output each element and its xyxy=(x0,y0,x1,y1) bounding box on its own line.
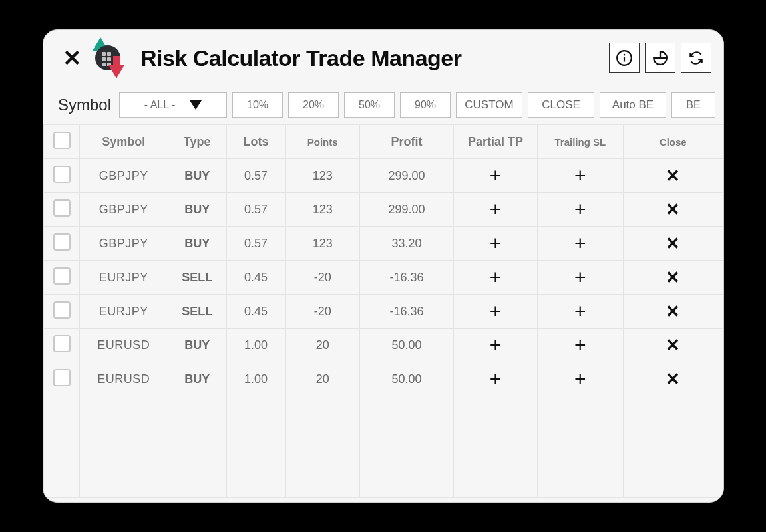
pie-chart-icon xyxy=(652,49,669,66)
cell-points: 123 xyxy=(286,159,360,193)
close-trade-button[interactable]: ✕ xyxy=(666,369,680,389)
close-pct-20-button[interactable]: 20% xyxy=(288,92,339,118)
symbol-select[interactable]: - ALL - xyxy=(119,92,227,118)
partial-tp-button[interactable]: + xyxy=(490,266,502,288)
cell-symbol: EURJPY xyxy=(80,261,168,295)
table-row-empty xyxy=(44,430,723,464)
partial-tp-button[interactable]: + xyxy=(490,198,502,220)
trailing-sl-button[interactable]: + xyxy=(574,300,586,322)
cell-profit: 299.00 xyxy=(360,193,453,227)
cell-lots: 0.45 xyxy=(226,295,285,329)
close-panel-button[interactable]: ✕ xyxy=(59,45,85,70)
cell-profit: -16.36 xyxy=(360,261,453,295)
cell-points: 20 xyxy=(286,362,360,396)
partial-tp-button[interactable]: + xyxy=(490,368,502,390)
cell-profit: -16.36 xyxy=(360,295,453,329)
col-trailing-sl: Trailing SL xyxy=(538,125,623,159)
row-checkbox[interactable] xyxy=(53,233,71,251)
cell-symbol: EURUSD xyxy=(80,362,168,396)
cell-type: BUY xyxy=(168,227,226,261)
close-pct-50-button[interactable]: 50% xyxy=(344,92,395,118)
select-all-checkbox[interactable] xyxy=(53,132,71,149)
stats-button[interactable] xyxy=(645,43,675,73)
close-trade-button[interactable]: ✕ xyxy=(666,335,680,355)
table-row: GBPJPYBUY0.57123299.00++✕ xyxy=(44,193,723,227)
cell-points: -20 xyxy=(286,295,360,329)
partial-tp-button[interactable]: + xyxy=(490,334,502,356)
close-all-button[interactable]: CLOSE xyxy=(528,92,594,118)
table-row: EURJPYSELL0.45-20-16.36++✕ xyxy=(44,295,723,329)
partial-tp-button[interactable]: + xyxy=(490,164,502,186)
cell-type: BUY xyxy=(168,159,226,193)
close-trade-button[interactable]: ✕ xyxy=(666,301,680,321)
cell-type: SELL xyxy=(168,261,226,295)
cell-points: 20 xyxy=(286,329,360,362)
cell-lots: 1.00 xyxy=(226,362,285,396)
cell-lots: 0.57 xyxy=(226,193,285,227)
cell-profit: 33.20 xyxy=(360,227,453,261)
col-points: Points xyxy=(286,125,360,159)
table-row: EURUSDBUY1.002050.00++✕ xyxy=(44,362,723,396)
col-symbol: Symbol xyxy=(80,125,168,159)
trailing-sl-button[interactable]: + xyxy=(574,164,586,186)
close-pct-10-button[interactable]: 10% xyxy=(232,92,283,118)
close-trade-button[interactable]: ✕ xyxy=(666,267,680,287)
cell-symbol: EURJPY xyxy=(80,295,168,329)
refresh-icon xyxy=(687,49,705,66)
close-trade-button[interactable]: ✕ xyxy=(666,166,680,186)
cell-points: -20 xyxy=(286,261,360,295)
col-profit: Profit xyxy=(360,125,453,159)
info-button[interactable] xyxy=(609,43,640,73)
app-title: Risk Calculator Trade Manager xyxy=(140,45,461,71)
app-logo xyxy=(89,39,127,77)
col-lots: Lots xyxy=(226,125,285,159)
trades-grid: Symbol Type Lots Points Profit Partial T… xyxy=(43,124,723,502)
trailing-sl-button[interactable]: + xyxy=(574,232,586,254)
table-row-empty xyxy=(44,396,723,430)
cell-type: BUY xyxy=(168,362,226,396)
cell-symbol: EURUSD xyxy=(80,329,168,362)
dropdown-caret-icon xyxy=(190,100,202,110)
auto-be-button[interactable]: Auto BE xyxy=(600,92,666,118)
cell-profit: 50.00 xyxy=(360,329,453,362)
row-checkbox[interactable] xyxy=(53,200,71,217)
table-header-row: Symbol Type Lots Points Profit Partial T… xyxy=(44,125,723,159)
be-button[interactable]: BE xyxy=(671,92,715,118)
cell-lots: 1.00 xyxy=(226,329,285,362)
table-row: EURJPYSELL0.45-20-16.36++✕ xyxy=(44,261,723,295)
cell-lots: 0.45 xyxy=(226,261,285,295)
close-trade-button[interactable]: ✕ xyxy=(666,233,680,253)
info-icon xyxy=(616,49,633,66)
cell-profit: 50.00 xyxy=(360,362,453,396)
close-pct-90-button[interactable]: 90% xyxy=(400,92,451,118)
close-trade-button[interactable]: ✕ xyxy=(666,200,680,219)
custom-close-button[interactable]: CUSTOM xyxy=(456,92,522,118)
trades-table: Symbol Type Lots Points Profit Partial T… xyxy=(43,124,723,498)
arrow-down-icon xyxy=(108,65,124,78)
col-partial-tp: Partial TP xyxy=(453,125,537,159)
cell-symbol: GBPJPY xyxy=(80,227,168,261)
cell-points: 123 xyxy=(286,193,360,227)
partial-tp-button[interactable]: + xyxy=(490,300,502,322)
row-checkbox[interactable] xyxy=(53,335,71,352)
row-checkbox[interactable] xyxy=(53,369,71,386)
table-row: GBPJPYBUY0.57123299.00++✕ xyxy=(44,159,723,193)
trailing-sl-button[interactable]: + xyxy=(574,334,586,356)
table-row: GBPJPYBUY0.5712333.20++✕ xyxy=(44,227,723,261)
cell-profit: 299.00 xyxy=(360,159,453,193)
refresh-button[interactable] xyxy=(681,43,711,73)
cell-symbol: GBPJPY xyxy=(80,193,168,227)
row-checkbox[interactable] xyxy=(53,166,71,183)
svg-point-1 xyxy=(624,54,626,56)
row-checkbox[interactable] xyxy=(53,267,71,285)
cell-type: BUY xyxy=(168,193,226,227)
trailing-sl-button[interactable]: + xyxy=(574,198,586,220)
trade-manager-panel: ✕ Risk Calculator Trade Manager xyxy=(43,29,724,503)
trailing-sl-button[interactable]: + xyxy=(574,266,586,288)
cell-lots: 0.57 xyxy=(226,159,285,193)
row-checkbox[interactable] xyxy=(53,301,71,319)
symbol-select-value: - ALL - xyxy=(144,99,176,111)
cell-symbol: GBPJPY xyxy=(80,159,168,193)
partial-tp-button[interactable]: + xyxy=(490,232,502,254)
trailing-sl-button[interactable]: + xyxy=(574,368,586,390)
